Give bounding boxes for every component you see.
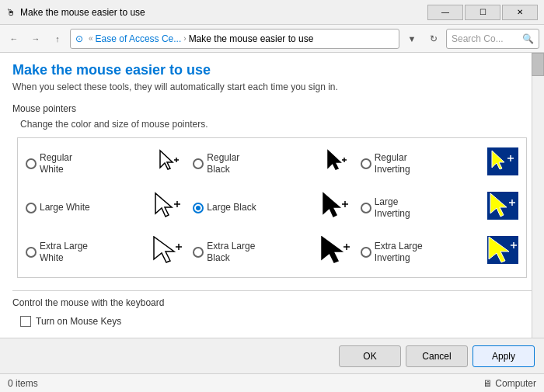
pointer-extra-large-white[interactable]: Extra LargeWhite <box>23 231 187 272</box>
svg-marker-10 <box>155 193 172 217</box>
status-bar: 0 items 🖥 Computer <box>0 373 544 392</box>
window-title: Make the mouse easier to use <box>20 7 427 18</box>
dropdown-button[interactable]: ▼ <box>403 29 421 48</box>
radio-regular-inverting[interactable] <box>361 158 371 169</box>
page-title: Make the mouse easier to use <box>12 62 532 78</box>
icon-regular-inverting <box>487 147 518 179</box>
address-box[interactable]: ⊙ « Ease of Access Ce... › Make the mous… <box>70 29 399 49</box>
label-large-inverting: LargeInverting <box>375 196 410 219</box>
computer-icon: 🖥 <box>483 378 492 389</box>
forward-button[interactable]: → <box>26 29 45 48</box>
breadcrumb-current: Make the mouse easier to use <box>189 33 314 44</box>
address-bar: ← → ↑ ⊙ « Ease of Access Ce... › Make th… <box>0 25 544 53</box>
footer-buttons: OK Cancel Apply <box>0 338 544 373</box>
label-large-white: Large White <box>40 202 90 213</box>
cursor-svg-large-inverting <box>487 192 518 220</box>
pointer-grid: RegularWhite RegularBlack <box>23 143 521 272</box>
pointer-large-white[interactable]: Large White <box>23 187 187 228</box>
cursor-svg-extra-large-inverting <box>487 236 518 264</box>
window-icon: 🖱 <box>6 7 16 18</box>
svg-marker-20 <box>154 237 174 262</box>
cursor-svg-extra-large-white <box>152 236 183 264</box>
radio-extra-large-black[interactable] <box>193 247 204 258</box>
icon-large-inverting <box>487 192 518 224</box>
pointer-grid-container: RegularWhite RegularBlack <box>17 137 527 278</box>
apply-button[interactable]: Apply <box>473 345 535 367</box>
svg-marker-0 <box>160 151 173 169</box>
pointer-large-black[interactable]: Large Black <box>190 187 354 228</box>
section1-desc: Change the color and size of mouse point… <box>20 119 532 130</box>
search-icon[interactable]: 🔍 <box>522 33 534 44</box>
icon-large-black <box>320 192 351 224</box>
ok-button[interactable]: OK <box>339 345 401 367</box>
separator1 <box>12 290 532 291</box>
window-controls: — ☐ ✕ <box>427 5 538 20</box>
scrollbar[interactable] <box>532 53 544 356</box>
close-button[interactable]: ✕ <box>502 5 538 20</box>
address-icon: ⊙ <box>75 33 83 44</box>
search-box[interactable]: Search Co... 🔍 <box>446 29 539 49</box>
label-extra-large-black: Extra LargeBlack <box>207 241 255 263</box>
icon-large-white <box>152 192 183 224</box>
label-large-black: Large Black <box>207 202 256 213</box>
radio-extra-large-inverting[interactable] <box>361 247 371 258</box>
label-extra-large-inverting: Extra LargeInverting <box>375 241 423 263</box>
radio-large-black[interactable] <box>193 203 204 213</box>
label-extra-large-white: Extra LargeWhite <box>40 241 88 263</box>
icon-extra-large-inverting <box>487 236 518 268</box>
checkbox-row-mousekeys[interactable]: Turn on Mouse Keys <box>20 316 532 327</box>
breadcrumb-sep1: « <box>89 34 93 43</box>
pointer-extra-large-black[interactable]: Extra LargeBlack <box>190 231 354 272</box>
cursor-svg-regular-white <box>155 147 183 175</box>
refresh-button[interactable]: ↻ <box>424 29 443 48</box>
cursor-svg-large-white <box>152 192 183 220</box>
status-location: Computer <box>495 378 536 389</box>
search-placeholder: Search Co... <box>452 33 522 44</box>
status-computer: 🖥 Computer <box>483 378 536 389</box>
pointer-regular-white[interactable]: RegularWhite <box>23 143 187 184</box>
checkbox-mousekeys[interactable] <box>20 316 31 327</box>
section2-title: Control the mouse with the keyboard <box>12 297 532 308</box>
svg-marker-23 <box>322 237 342 262</box>
cancel-button[interactable]: Cancel <box>406 345 468 367</box>
checkbox-mousekeys-label: Turn on Mouse Keys <box>36 316 121 327</box>
label-regular-inverting: RegularInverting <box>375 152 410 175</box>
radio-regular-black[interactable] <box>193 158 204 169</box>
maximize-button[interactable]: ☐ <box>465 5 500 20</box>
label-regular-white: RegularWhite <box>40 152 72 175</box>
cursor-svg-large-black <box>320 192 351 220</box>
svg-marker-3 <box>328 151 340 169</box>
pointer-extra-large-inverting[interactable]: Extra LargeInverting <box>357 231 521 272</box>
pointer-large-inverting[interactable]: LargeInverting <box>357 187 521 228</box>
status-items: 0 items <box>8 378 38 389</box>
icon-regular-white <box>155 147 183 179</box>
svg-marker-13 <box>323 193 340 217</box>
cursor-svg-extra-large-black <box>320 236 351 264</box>
cursor-svg-regular-inverting <box>487 147 518 175</box>
radio-regular-white[interactable] <box>26 158 37 169</box>
cursor-svg-regular-black <box>323 147 351 175</box>
label-regular-black: RegularBlack <box>207 152 239 175</box>
pointer-regular-black[interactable]: RegularBlack <box>190 143 354 184</box>
footer: OK Cancel Apply 0 items 🖥 Computer <box>0 338 544 392</box>
back-button[interactable]: ← <box>5 29 23 48</box>
page-subtitle: When you select these tools, they will a… <box>12 82 532 92</box>
breadcrumb-link1[interactable]: Ease of Access Ce... <box>96 33 182 44</box>
title-bar: 🖱 Make the mouse easier to use — ☐ ✕ <box>0 0 544 25</box>
section1-title: Mouse pointers <box>12 103 532 114</box>
icon-extra-large-black <box>320 236 351 268</box>
main-content: Make the mouse easier to use When you se… <box>0 53 544 356</box>
minimize-button[interactable]: — <box>427 5 463 20</box>
radio-extra-large-white[interactable] <box>26 247 37 258</box>
radio-large-white[interactable] <box>26 203 37 213</box>
icon-regular-black <box>323 147 351 179</box>
pointer-regular-inverting[interactable]: RegularInverting <box>357 143 521 184</box>
up-button[interactable]: ↑ <box>48 29 67 48</box>
icon-extra-large-white <box>152 236 183 268</box>
radio-large-inverting[interactable] <box>361 203 371 213</box>
breadcrumb-arrow: › <box>183 34 186 43</box>
scrollbar-thumb[interactable] <box>532 53 544 76</box>
